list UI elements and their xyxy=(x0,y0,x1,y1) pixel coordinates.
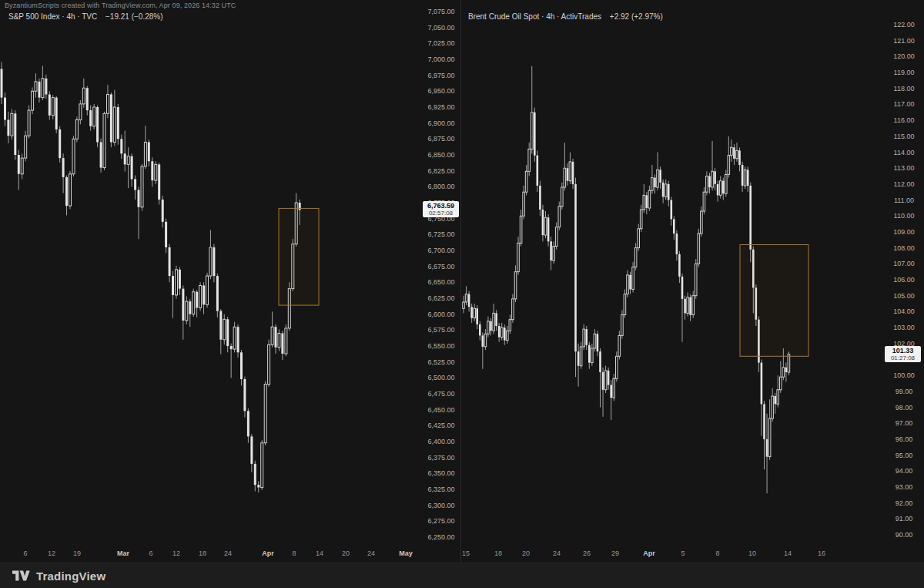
candle-body xyxy=(547,217,550,241)
price-tick: 92.00 xyxy=(884,499,924,508)
brent-bar-countdown: 01:27:08 xyxy=(885,354,921,361)
price-tick: 96.00 xyxy=(884,435,924,444)
price-tick: 112.00 xyxy=(884,180,924,189)
candle-body xyxy=(673,219,675,234)
candle-body xyxy=(72,139,75,174)
candle-body xyxy=(578,351,580,366)
candle-body xyxy=(534,113,536,156)
candle-body xyxy=(695,264,697,295)
time-axis[interactable]: 61219Mar6121824Apr8142024May151820242629… xyxy=(0,546,924,563)
price-tick: 6,375.00 xyxy=(422,453,460,462)
time-tick: 18 xyxy=(199,549,206,557)
candle-body xyxy=(567,168,569,181)
price-tick: 6,450.00 xyxy=(422,405,460,415)
tradingview-logo-icon[interactable] xyxy=(12,570,30,581)
price-tick: 122.00 xyxy=(884,20,924,29)
candle-body xyxy=(569,162,571,181)
time-tick: Mar xyxy=(117,549,129,557)
price-tick: 6,425.00 xyxy=(422,421,460,430)
sp500-symbol-title: S&P 500 Index · 4h · TVC xyxy=(8,12,97,21)
candle-body xyxy=(482,335,484,347)
brent-symbol-title: Brent Crude Oil Spot · 4h · ActivTrades xyxy=(468,12,601,21)
candle-body xyxy=(742,165,744,186)
candle-body xyxy=(687,297,689,314)
candle-body xyxy=(768,418,771,457)
candle-body xyxy=(124,153,126,164)
candle-body xyxy=(223,319,226,340)
time-tick: 5 xyxy=(681,549,685,557)
candle-body xyxy=(525,171,527,192)
price-tick: 6,675.00 xyxy=(422,262,460,271)
candle-body xyxy=(69,174,72,206)
tradingview-brand-label[interactable]: TradingView xyxy=(36,570,105,583)
candle-body xyxy=(766,439,768,457)
candle-body xyxy=(539,186,541,210)
price-tick: 6,325.00 xyxy=(422,485,460,494)
candle-body xyxy=(498,326,500,338)
time-tick: 8 xyxy=(292,549,296,557)
candle-body xyxy=(162,200,164,222)
candle-body xyxy=(254,464,256,485)
candle-body xyxy=(62,158,65,177)
price-tick: 6,275.00 xyxy=(422,516,460,526)
candle-body xyxy=(14,113,16,155)
candle-body xyxy=(780,377,782,390)
price-tick: 117.00 xyxy=(884,99,924,109)
candle-body xyxy=(216,276,219,311)
drawing-rectangle[interactable] xyxy=(279,208,319,305)
price-tick: 6,975.00 xyxy=(422,71,460,80)
candle-body xyxy=(618,335,621,356)
time-tick: 26 xyxy=(583,549,591,557)
candle-body xyxy=(176,270,178,295)
sp500-bar-countdown: 02:57:08 xyxy=(423,210,459,217)
candle-body xyxy=(659,170,661,183)
time-tick: 20 xyxy=(522,549,530,557)
price-tick: 6,825.00 xyxy=(422,166,460,176)
candle-body xyxy=(213,247,215,276)
candle-body xyxy=(572,162,574,184)
candle-body xyxy=(474,308,476,318)
candle-body xyxy=(703,192,705,211)
price-tick: 95.00 xyxy=(884,451,924,460)
candle-body xyxy=(509,320,511,331)
candle-body xyxy=(4,98,6,120)
price-tick: 91.00 xyxy=(884,514,924,523)
candle-body xyxy=(583,329,585,347)
drawing-rectangle[interactable] xyxy=(740,245,808,357)
price-tick: 104.00 xyxy=(884,307,924,316)
candle-body xyxy=(484,334,487,347)
time-tick: 16 xyxy=(818,549,825,557)
candle-body xyxy=(240,352,243,379)
sp500-legend[interactable]: S&P 500 Index · 4h · TVC −19.21 (−0.28%) xyxy=(8,12,163,21)
time-tick: 19 xyxy=(73,549,81,557)
sp500-price-axis[interactable]: 7,075.007,050.007,025.007,000.006,975.00… xyxy=(422,0,460,546)
candle-body xyxy=(127,156,129,165)
candle-body xyxy=(777,390,779,405)
candle-body xyxy=(203,286,205,305)
price-tick: 114.00 xyxy=(884,148,924,157)
candle-body xyxy=(268,344,270,384)
candle-body xyxy=(468,294,470,307)
candle-body xyxy=(701,211,703,234)
brent-price-axis[interactable]: 122.00121.00120.00119.00118.00117.00116.… xyxy=(884,0,924,546)
candle-body xyxy=(520,216,522,243)
time-tick: 14 xyxy=(784,549,792,557)
price-tick: 119.00 xyxy=(884,68,924,77)
candle-body xyxy=(774,396,776,404)
price-tick: 6,250.00 xyxy=(422,533,460,542)
pane-divider xyxy=(460,0,461,563)
candle-body xyxy=(18,155,20,174)
candle-body xyxy=(678,254,681,277)
candle-body xyxy=(558,207,561,227)
candle-body xyxy=(749,186,752,250)
candle-body xyxy=(624,294,626,315)
sp500-plot-area[interactable] xyxy=(0,0,422,546)
candle-body xyxy=(495,313,497,326)
brent-plot-area[interactable] xyxy=(462,0,884,546)
price-tick: 6,575.00 xyxy=(422,325,460,334)
candle-body xyxy=(59,129,61,158)
price-tick: 7,050.00 xyxy=(422,23,460,32)
candle-body xyxy=(591,348,594,363)
brent-legend[interactable]: Brent Crude Oil Spot · 4h · ActivTrades … xyxy=(468,12,663,21)
price-tick: 6,800.00 xyxy=(422,182,460,191)
